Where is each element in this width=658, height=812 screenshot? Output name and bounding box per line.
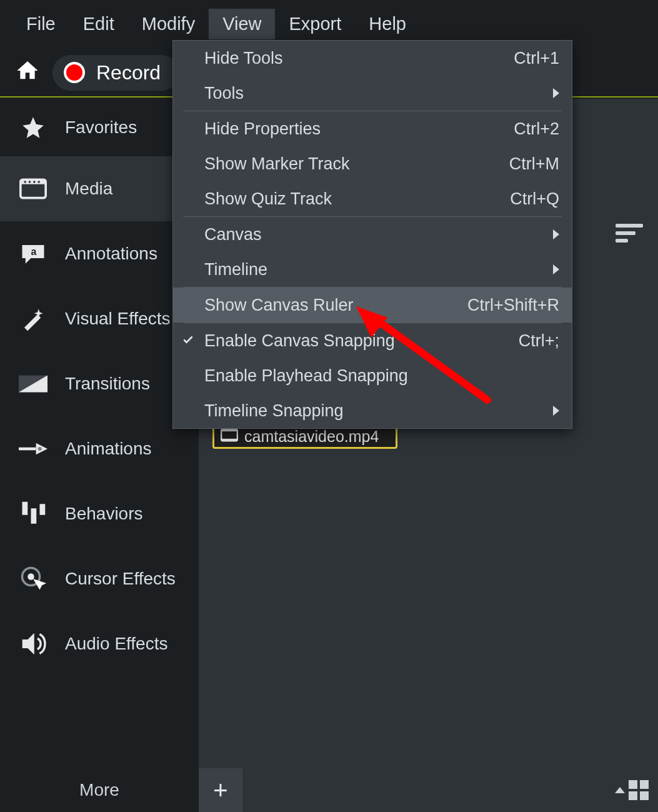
- menuitem-canvas[interactable]: Canvas: [173, 217, 572, 252]
- chevron-right-icon: [553, 264, 559, 274]
- menuitem-label: Enable Playhead Snapping: [204, 366, 559, 386]
- view-switcher[interactable]: [606, 768, 658, 812]
- chevron-right-icon: [553, 406, 559, 416]
- check-icon: [182, 331, 194, 351]
- menuitem-shortcut: Ctrl+;: [519, 331, 559, 351]
- svg-text:a: a: [31, 246, 37, 257]
- sidebar-item-animations[interactable]: Animations: [0, 416, 199, 481]
- menuitem-shortcut: Ctrl+1: [514, 49, 559, 68]
- sidebar-item-annotations[interactable]: a Annotations: [0, 221, 199, 286]
- menuitem-show-marker-track[interactable]: Show Marker Track Ctrl+M: [173, 146, 572, 181]
- sidebar-item-label: Visual Effects: [65, 309, 171, 329]
- sidebar-item-audio-effects[interactable]: Audio Effects: [0, 611, 199, 676]
- menuitem-label: Canvas: [204, 225, 553, 244]
- behaviors-icon: [19, 501, 47, 526]
- menuitem-label: Show Marker Track: [204, 154, 509, 174]
- menuitem-shortcut: Ctrl+Q: [510, 189, 559, 209]
- menu-view[interactable]: View: [209, 9, 275, 39]
- menuitem-enable-playhead-snapping[interactable]: Enable Playhead Snapping: [173, 358, 572, 393]
- menuitem-timeline[interactable]: Timeline: [173, 252, 572, 287]
- menuitem-label: Show Canvas Ruler: [204, 296, 467, 315]
- more-button[interactable]: More: [0, 768, 199, 812]
- menuitem-label: Timeline: [204, 260, 553, 279]
- menuitem-show-canvas-ruler[interactable]: Show Canvas Ruler Ctrl+Shift+R: [173, 288, 572, 323]
- menuitem-label: Hide Properties: [204, 119, 514, 139]
- transitions-icon: [19, 374, 47, 393]
- menuitem-shortcut: Ctrl+M: [509, 154, 559, 174]
- menu-file[interactable]: File: [12, 9, 69, 39]
- wand-icon: [19, 306, 47, 332]
- chevron-right-icon: [553, 88, 559, 98]
- view-menu-dropdown: Hide Tools Ctrl+1 Tools Hide Properties …: [172, 40, 572, 429]
- menuitem-shortcut: Ctrl+Shift+R: [467, 296, 559, 315]
- menuitem-label: Timeline Snapping: [204, 401, 553, 421]
- star-icon: [19, 115, 47, 140]
- sidebar-item-label: Behaviors: [65, 504, 143, 524]
- sidebar-item-label: Annotations: [65, 244, 157, 264]
- menu-bar: File Edit Modify View Export Help: [0, 8, 658, 40]
- sidebar-item-label: Favorites: [65, 118, 137, 138]
- svg-point-5: [37, 181, 40, 183]
- menuitem-tools[interactable]: Tools: [173, 76, 572, 111]
- chevron-up-icon: [615, 787, 625, 793]
- sidebar-item-label: Media: [65, 179, 112, 199]
- sidebar-item-label: Audio Effects: [65, 634, 167, 654]
- menuitem-label: Show Quiz Track: [204, 189, 510, 209]
- sidebar: Favorites Media a Annotations Visual Eff…: [0, 99, 199, 768]
- menu-modify[interactable]: Modify: [128, 9, 209, 39]
- svg-point-8: [38, 447, 42, 451]
- record-label: Record: [96, 61, 161, 84]
- sidebar-item-behaviors[interactable]: Behaviors: [0, 481, 199, 546]
- menuitem-timeline-snapping[interactable]: Timeline Snapping: [173, 393, 572, 428]
- menuitem-label: Hide Tools: [204, 49, 514, 68]
- svg-point-2: [24, 181, 26, 183]
- annotations-icon: a: [19, 243, 47, 265]
- menuitem-hide-properties[interactable]: Hide Properties Ctrl+2: [173, 111, 572, 146]
- menuitem-label: Enable Canvas Snapping: [204, 331, 519, 351]
- sidebar-item-visual-effects[interactable]: Visual Effects: [0, 286, 199, 351]
- svg-rect-16: [221, 438, 237, 441]
- sidebar-item-cursor-effects[interactable]: Cursor Effects: [0, 546, 199, 611]
- sidebar-item-media[interactable]: Media: [0, 156, 199, 221]
- svg-point-4: [33, 181, 36, 183]
- menu-export[interactable]: Export: [275, 9, 355, 39]
- sidebar-item-favorites[interactable]: Favorites: [0, 99, 199, 156]
- add-button[interactable]: +: [199, 768, 242, 812]
- chevron-right-icon: [553, 229, 559, 239]
- menuitem-hide-tools[interactable]: Hide Tools Ctrl+1: [173, 41, 572, 76]
- media-file-name: camtasiavideo.mp4: [244, 428, 379, 446]
- record-button[interactable]: Record: [52, 55, 179, 91]
- svg-rect-10: [31, 508, 37, 524]
- svg-rect-9: [22, 502, 28, 515]
- sort-icon[interactable]: [616, 224, 643, 246]
- sidebar-item-label: Animations: [65, 439, 152, 459]
- animations-icon: [19, 441, 47, 456]
- home-icon[interactable]: [14, 58, 41, 88]
- bottom-bar: More +: [0, 768, 658, 812]
- menuitem-label: Tools: [204, 84, 553, 103]
- grid-icon: [629, 780, 649, 800]
- svg-point-3: [29, 181, 31, 183]
- sidebar-item-label: Cursor Effects: [65, 569, 176, 589]
- menuitem-enable-canvas-snapping[interactable]: Enable Canvas Snapping Ctrl+;: [173, 323, 572, 358]
- menu-edit[interactable]: Edit: [69, 9, 128, 39]
- sidebar-item-label: Transitions: [65, 374, 150, 394]
- menu-help[interactable]: Help: [355, 9, 420, 39]
- media-icon: [19, 178, 47, 199]
- cursor-effects-icon: [19, 566, 47, 592]
- svg-rect-15: [221, 429, 237, 431]
- film-icon: [221, 428, 238, 446]
- sidebar-item-transitions[interactable]: Transitions: [0, 351, 199, 416]
- bottom-spacer: [242, 768, 606, 812]
- menuitem-shortcut: Ctrl+2: [514, 119, 559, 139]
- record-dot-icon: [64, 62, 85, 83]
- svg-rect-11: [40, 504, 46, 515]
- audio-icon: [19, 632, 47, 656]
- menuitem-show-quiz-track[interactable]: Show Quiz Track Ctrl+Q: [173, 181, 572, 216]
